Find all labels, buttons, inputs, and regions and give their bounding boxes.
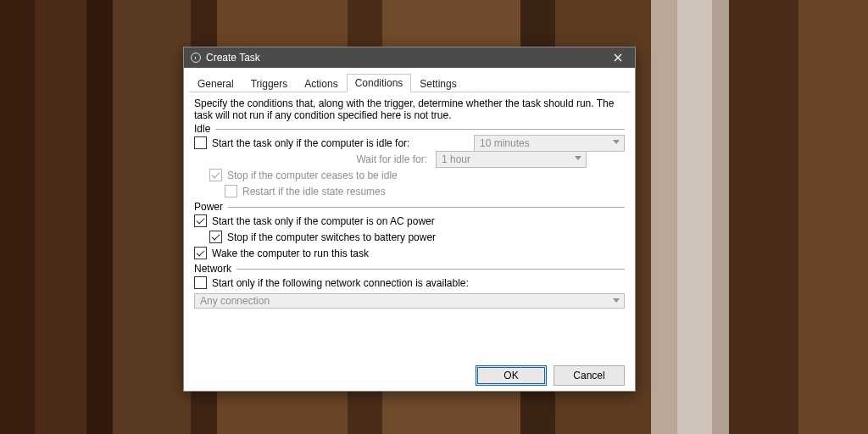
chevron-down-icon (613, 140, 620, 144)
label-wake: Wake the computer to run this task (212, 248, 369, 259)
legend-network: Network (194, 263, 231, 275)
close-icon (614, 53, 622, 62)
label-ac-power: Start the task only if the computer is o… (212, 215, 435, 227)
dropdown-network-connection-value: Any connection (200, 295, 270, 307)
chevron-down-icon (613, 298, 620, 303)
dropdown-network-connection: Any connection (194, 293, 625, 309)
dropdown-idle-duration: 10 minutes (474, 135, 625, 152)
checkbox-stop-if-not-idle (209, 169, 222, 181)
checkbox-start-if-idle[interactable] (194, 136, 207, 149)
tab-general[interactable]: General (189, 75, 242, 92)
label-start-if-idle: Start the task only if the computer is i… (212, 137, 409, 149)
checkbox-wake[interactable] (194, 247, 207, 259)
tab-settings[interactable]: Settings (411, 75, 465, 92)
group-power: Power Start the task only if the compute… (194, 201, 625, 261)
checkbox-ac-power[interactable] (194, 214, 207, 227)
label-restart-if-idle: Restart if the idle state resumes (242, 186, 386, 198)
tab-panel-conditions: Specify the conditions that, along with … (184, 92, 635, 309)
checkbox-restart-if-idle (225, 185, 237, 198)
label-wait-for-idle: Wait for idle for: (194, 153, 436, 165)
legend-power: Power (194, 201, 223, 213)
tab-actions[interactable]: Actions (296, 75, 346, 92)
ok-button[interactable]: OK (476, 365, 547, 386)
conditions-description: Specify the conditions that, along with … (194, 97, 625, 121)
tab-triggers[interactable]: Triggers (242, 75, 297, 92)
task-scheduler-icon (191, 53, 201, 63)
group-idle: Idle Start the task only if the computer… (194, 123, 625, 199)
cancel-button[interactable]: Cancel (554, 365, 625, 386)
legend-idle: Idle (194, 123, 210, 135)
label-stop-if-not-idle: Stop if the computer ceases to be idle (227, 170, 398, 181)
label-stop-on-battery: Stop if the computer switches to battery… (227, 231, 436, 243)
title-bar[interactable]: Create Task (184, 47, 635, 68)
checkbox-stop-on-battery[interactable] (209, 231, 222, 243)
label-network: Start only if the following network conn… (212, 277, 469, 289)
dialog-footer: OK Cancel (184, 360, 635, 391)
tab-strip: General Triggers Actions Conditions Sett… (189, 72, 630, 92)
close-button[interactable] (601, 47, 635, 68)
checkbox-network[interactable] (194, 276, 207, 289)
group-network: Network Start only if the following netw… (194, 263, 625, 309)
tab-conditions[interactable]: Conditions (347, 74, 412, 92)
window-title: Create Task (206, 52, 601, 64)
dropdown-wait-for-idle-value: 1 hour (442, 153, 470, 165)
dropdown-idle-duration-value: 10 minutes (480, 137, 530, 149)
dropdown-wait-for-idle: 1 hour (436, 151, 587, 168)
create-task-dialog: Create Task General Triggers Actions Con… (183, 47, 636, 392)
chevron-down-icon (575, 156, 581, 160)
